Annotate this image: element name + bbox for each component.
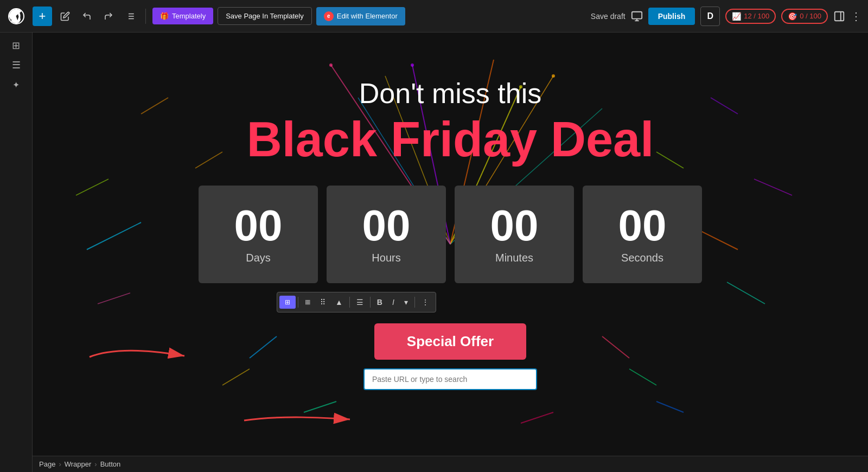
countdown-days-label: Days <box>246 252 271 264</box>
more-options-button[interactable]: ⋮ <box>851 10 861 23</box>
save-page-templately-button[interactable]: Save Page In Templately <box>218 7 312 25</box>
sidebar-toggle-button[interactable] <box>833 10 845 22</box>
countdown-row: 00 Days 00 Hours 00 Minutes 00 Seconds <box>199 186 702 283</box>
arrow-bottom-annotation <box>239 404 358 437</box>
save-draft-button[interactable]: Save draft <box>591 12 626 21</box>
italic-button[interactable]: I <box>388 295 399 310</box>
more-options-inline-button[interactable]: ⋮ <box>417 295 433 310</box>
url-input[interactable] <box>363 368 537 390</box>
templately-icon: 🎁 <box>160 12 169 20</box>
monitor-icon-button[interactable] <box>631 10 643 22</box>
details-button[interactable] <box>122 8 139 25</box>
countdown-tile-days: 00 Days <box>199 186 318 283</box>
selector-button[interactable]: ▦ <box>301 295 315 309</box>
widget-icon: ⊞ <box>285 298 290 306</box>
breadcrumb-button: Button <box>100 460 121 468</box>
headline-red: Black Friday Deal <box>247 115 654 164</box>
inline-divider-4 <box>414 297 415 308</box>
readability-icon: 📈 <box>732 12 741 21</box>
countdown-hours-label: Hours <box>372 252 400 264</box>
edit-icon-button[interactable] <box>56 8 74 25</box>
seo-icon: 🎯 <box>788 12 797 21</box>
svg-rect-7 <box>632 11 642 18</box>
inline-divider-3 <box>370 297 371 308</box>
toolbar-right: Save draft Publish D 📈 12 / 100 🎯 0 / 10… <box>591 7 861 26</box>
widget-selector-button[interactable]: ⊞ <box>279 296 296 309</box>
undo-button[interactable] <box>78 8 95 25</box>
breadcrumb-sep-2: › <box>94 460 97 468</box>
countdown-minutes-label: Minutes <box>495 252 533 264</box>
headline-white: Don't miss this <box>359 77 541 110</box>
docly-button[interactable]: D <box>700 7 720 26</box>
bold-button[interactable]: B <box>373 295 387 310</box>
inline-edit-toolbar: ⊞ ▦ ⠿ ▲ ☰ B I ▾ ⋮ <box>277 292 436 312</box>
breadcrumb-wrapper: Wrapper <box>65 460 92 468</box>
countdown-minutes-value: 00 <box>490 204 539 247</box>
templately-button[interactable]: 🎁 Templately <box>152 8 213 24</box>
inline-divider-2 <box>349 297 350 308</box>
drag-handle-button[interactable]: ⠿ <box>316 295 330 310</box>
url-input-container <box>363 368 537 390</box>
special-offer-button[interactable]: Special Offer <box>374 323 526 360</box>
arrow-left-annotation <box>84 341 193 373</box>
redo-button[interactable] <box>100 8 117 25</box>
countdown-days-value: 00 <box>234 204 283 247</box>
breadcrumb: Page › Wrapper › Button <box>33 456 868 472</box>
toolbar-divider-1 <box>145 9 146 24</box>
breadcrumb-sep-1: › <box>59 460 61 468</box>
top-toolbar: + 🎁 Templatel <box>0 0 868 33</box>
align-button[interactable]: ☰ <box>352 295 368 310</box>
countdown-hours-value: 00 <box>362 204 411 247</box>
readability-badge[interactable]: 📈 12 / 100 <box>725 9 776 24</box>
countdown-seconds-value: 00 <box>618 204 667 247</box>
move-up-button[interactable]: ▲ <box>331 295 347 310</box>
publish-button[interactable]: Publish <box>648 8 695 25</box>
page-content: Don't miss this Black Friday Deal 00 Day… <box>33 33 868 456</box>
wp-logo <box>7 7 26 26</box>
main-canvas: ⊞ ☰ ✦ <box>0 33 868 472</box>
countdown-tile-hours: 00 Hours <box>327 186 446 283</box>
edit-elementor-button[interactable]: e Edit with Elementor <box>316 7 405 25</box>
add-button[interactable]: + <box>33 7 52 26</box>
elementor-icon: e <box>324 11 334 21</box>
sidebar-nav-icon[interactable]: ☰ <box>8 56 25 74</box>
sidebar-style-icon[interactable]: ✦ <box>8 76 25 93</box>
svg-rect-10 <box>835 11 844 21</box>
format-dropdown-button[interactable]: ▾ <box>400 295 412 310</box>
breadcrumb-page: Page <box>39 460 55 468</box>
countdown-tile-minutes: 00 Minutes <box>455 186 574 283</box>
seo-badge[interactable]: 🎯 0 / 100 <box>781 9 828 24</box>
inline-divider-1 <box>298 297 298 308</box>
countdown-seconds-label: Seconds <box>621 252 663 264</box>
left-sidebar: ⊞ ☰ ✦ <box>0 33 33 472</box>
sidebar-block-icon[interactable]: ⊞ <box>8 37 25 54</box>
countdown-tile-seconds: 00 Seconds <box>583 186 702 283</box>
